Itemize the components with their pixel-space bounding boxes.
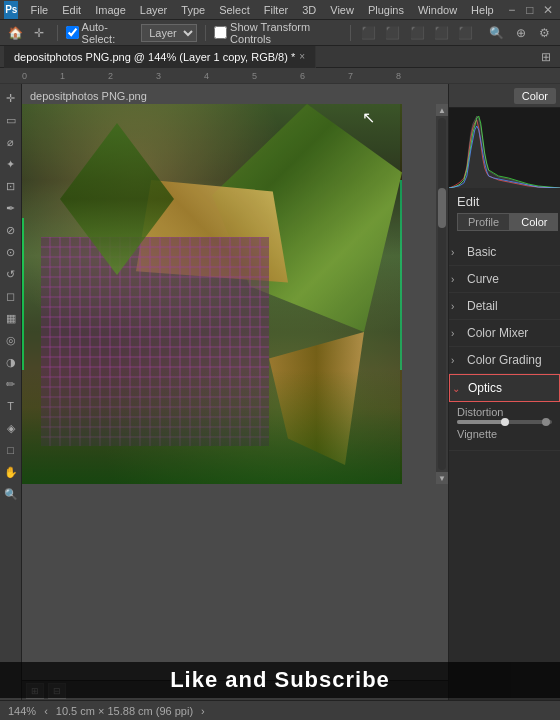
menu-file[interactable]: File (24, 3, 54, 17)
align-middle-icon[interactable]: ⬛ (457, 23, 475, 43)
panel-tab-color[interactable]: Color (514, 88, 556, 104)
status-nav-right[interactable]: › (201, 705, 205, 717)
profile-tab-profile[interactable]: Profile (457, 213, 510, 231)
edit-title: Edit (457, 194, 556, 209)
color-mixer-arrow-icon: › (451, 328, 463, 339)
settings-icon[interactable]: ⚙ (536, 23, 554, 43)
histogram-chart (449, 108, 560, 188)
menu-type[interactable]: Type (175, 3, 211, 17)
dodge-tool[interactable]: ◑ (1, 352, 21, 372)
eyedropper-tool[interactable]: ✒ (1, 198, 21, 218)
close-button[interactable]: ✕ (540, 0, 556, 20)
align-right-icon[interactable]: ⬛ (408, 23, 426, 43)
select-tool[interactable]: ▭ (1, 110, 21, 130)
toolbar-separator (57, 25, 58, 41)
text-tool[interactable]: T (1, 396, 21, 416)
distortion-slider-row: Distortion (457, 406, 552, 424)
align-left-icon[interactable]: ⬛ (359, 23, 377, 43)
scroll-up-arrow[interactable]: ▲ (436, 104, 448, 116)
menu-3d[interactable]: 3D (296, 3, 322, 17)
scroll-thumb[interactable] (438, 188, 446, 228)
pen-tool[interactable]: ✏ (1, 374, 21, 394)
transform-option: Show Transform Controls (214, 21, 342, 45)
edit-item-basic[interactable]: › Basic (449, 239, 560, 266)
document-tab[interactable]: depositphotos PNG.png @ 144% (Layer 1 co… (4, 46, 316, 68)
menu-edit[interactable]: Edit (56, 3, 87, 17)
brush-tool[interactable]: ⊘ (1, 220, 21, 240)
edit-item-color-grading[interactable]: › Color Grading (449, 347, 560, 374)
menu-window[interactable]: Window (412, 3, 463, 17)
magic-wand-tool[interactable]: ✦ (1, 154, 21, 174)
maximize-button[interactable]: □ (522, 0, 538, 20)
arrange-documents-icon[interactable]: ⊞ (536, 47, 556, 67)
status-bar: 144% ‹ 10.5 cm × 15.88 cm (96 ppi) › (0, 700, 560, 720)
tab-close-button[interactable]: × (299, 51, 305, 62)
move-tool-icon[interactable]: ✛ (30, 23, 48, 43)
ruler-mark-7: 7 (348, 71, 353, 81)
menu-image[interactable]: Image (89, 3, 132, 17)
curve-label: Curve (467, 272, 556, 286)
edit-item-optics[interactable]: ⌄ Optics (449, 374, 560, 402)
edit-item-curve[interactable]: › Curve (449, 266, 560, 293)
status-dimensions: 10.5 cm × 15.88 cm (96 ppi) (56, 705, 193, 717)
optics-arrow-icon: ⌄ (452, 383, 464, 394)
menu-select[interactable]: Select (213, 3, 256, 17)
panel-tabs: Color (449, 84, 560, 108)
minimize-button[interactable]: − (504, 0, 520, 20)
menu-bar: Ps File Edit Image Layer Type Select Fil… (0, 0, 560, 20)
crop-tool[interactable]: ⊡ (1, 176, 21, 196)
color-grading-label: Color Grading (467, 353, 556, 367)
status-nav-left[interactable]: ‹ (44, 705, 48, 717)
move-tool[interactable]: ✛ (1, 88, 21, 108)
profile-tab-color[interactable]: Color (510, 213, 558, 231)
ruler-mark-3: 3 (156, 71, 161, 81)
zoom-tool[interactable]: 🔍 (1, 484, 21, 504)
edit-section: Edit Profile Color (449, 188, 560, 239)
distortion-slider-handle[interactable] (501, 418, 509, 426)
menu-layer[interactable]: Layer (134, 3, 174, 17)
color-mixer-label: Color Mixer (467, 326, 556, 340)
tab-filename: depositphotos PNG.png @ 144% (Layer 1 co… (14, 51, 295, 63)
distortion-slider-dots[interactable] (542, 418, 550, 426)
search-icon[interactable]: 🔍 (487, 23, 505, 43)
history-brush-tool[interactable]: ↺ (1, 264, 21, 284)
layer-select[interactable]: Layer (141, 24, 197, 42)
align-top-icon[interactable]: ⬛ (432, 23, 450, 43)
lasso-tool[interactable]: ⌀ (1, 132, 21, 152)
home-icon[interactable]: 🏠 (6, 23, 24, 43)
blur-tool[interactable]: ◎ (1, 330, 21, 350)
hand-tool[interactable]: ✋ (1, 462, 21, 482)
ruler-mark-6: 6 (300, 71, 305, 81)
vertical-scrollbar[interactable]: ▲ ▼ (436, 104, 448, 484)
menu-view[interactable]: View (324, 3, 360, 17)
menu-help[interactable]: Help (465, 3, 500, 17)
menu-plugins[interactable]: Plugins (362, 3, 410, 17)
photo-simulation (22, 104, 402, 484)
edit-item-detail[interactable]: › Detail (449, 293, 560, 320)
auto-select-option: Auto-Select: (66, 21, 136, 45)
clone-tool[interactable]: ⊙ (1, 242, 21, 262)
shape-tool[interactable]: □ (1, 440, 21, 460)
ruler-mark-1: 1 (60, 71, 65, 81)
zoom-in-icon[interactable]: ⊕ (511, 23, 529, 43)
color-grading-arrow-icon: › (451, 355, 463, 366)
detail-arrow-icon: › (451, 301, 463, 312)
edit-item-color-mixer[interactable]: › Color Mixer (449, 320, 560, 347)
eraser-tool[interactable]: ◻ (1, 286, 21, 306)
optics-label: Optics (468, 381, 555, 395)
gradient-tool[interactable]: ▦ (1, 308, 21, 328)
ruler-mark-0: 0 (22, 71, 27, 81)
right-panel: Color Edit Profile Color (448, 84, 560, 700)
auto-select-checkbox[interactable] (66, 26, 79, 39)
detail-label: Detail (467, 299, 556, 313)
transform-label: Show Transform Controls (230, 21, 342, 45)
scroll-down-arrow[interactable]: ▼ (436, 472, 448, 484)
distortion-slider-track[interactable] (457, 420, 552, 424)
align-center-icon[interactable]: ⬛ (384, 23, 402, 43)
menu-filter[interactable]: Filter (258, 3, 294, 17)
transform-checkbox[interactable] (214, 26, 227, 39)
scroll-track[interactable] (438, 118, 446, 470)
ruler-mark-2: 2 (108, 71, 113, 81)
path-select-tool[interactable]: ◈ (1, 418, 21, 438)
like-subscribe-overlay: Like and Subscribe (0, 662, 560, 698)
